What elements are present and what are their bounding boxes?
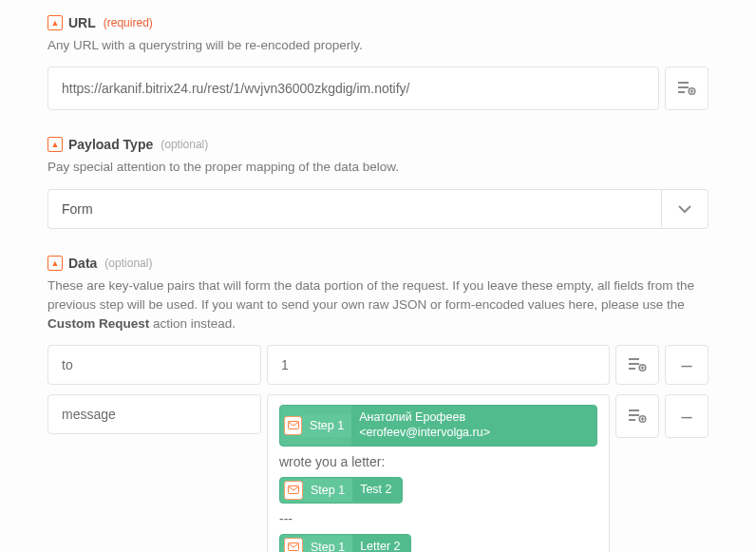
data-help: These are key-value pairs that will form… (47, 276, 709, 334)
payload-section: ▲ Payload Type (optional) Pay special at… (47, 137, 709, 228)
value-text-line: wrote you a letter: (279, 452, 597, 471)
pill-value: Анатолий Ерофеев <erofeev@intervolga.ru> (351, 406, 596, 445)
data-section: ▲ Data (optional) These are key-value pa… (47, 256, 709, 553)
payload-help: Pay special attention to the proper mapp… (47, 158, 709, 177)
url-label: URL (68, 15, 96, 30)
payload-optional-tag: (optional) (161, 138, 208, 151)
value-text-line: --- (279, 509, 597, 528)
insert-variable-button[interactable] (665, 67, 709, 110)
insert-list-plus-icon (628, 357, 647, 372)
mail-icon (284, 416, 302, 435)
data-label-row: ▲ Data (optional) (47, 256, 709, 271)
mail-icon (284, 481, 303, 500)
variable-pill[interactable]: Step 1 Анатолий Ерофеев <erofeev@intervo… (279, 405, 597, 446)
data-key-input[interactable] (62, 407, 247, 422)
data-label: Data (68, 256, 97, 271)
url-input-row (47, 67, 709, 110)
remove-row-button[interactable]: – (665, 345, 709, 385)
data-row: – (47, 345, 709, 385)
insert-list-plus-icon (677, 81, 696, 96)
variable-pill[interactable]: Step 1 Letter 2 (279, 534, 411, 553)
payload-select[interactable]: Form (47, 189, 709, 229)
data-key-field[interactable] (47, 345, 261, 385)
url-help: Any URL with a querystring will be re-en… (47, 36, 709, 55)
chevron-down-icon (678, 204, 691, 214)
app-icon: ▲ (47, 137, 63, 152)
data-value-input[interactable] (281, 357, 595, 372)
pill-step: Step 1 (302, 414, 351, 437)
payload-select-caret[interactable] (661, 189, 709, 229)
url-required-tag: (required) (104, 16, 153, 29)
data-help-post: action instead. (149, 316, 236, 331)
url-field-wrap (47, 67, 659, 110)
data-value-field[interactable] (267, 345, 610, 385)
data-value-field[interactable]: Step 1 Анатолий Ерофеев <erofeev@intervo… (267, 394, 610, 552)
payload-label: Payload Type (68, 137, 153, 152)
url-input[interactable] (62, 81, 645, 96)
app-icon: ▲ (47, 256, 63, 271)
pill-step: Step 1 (303, 536, 352, 553)
url-label-row: ▲ URL (required) (47, 15, 709, 30)
pill-value: Letter 2 (352, 535, 409, 552)
insert-variable-button[interactable] (615, 345, 659, 385)
pill-value: Test 2 (352, 478, 401, 503)
data-key-input[interactable] (62, 357, 247, 372)
data-help-pre: These are key-value pairs that will form… (47, 278, 694, 312)
pill-step: Step 1 (303, 479, 352, 502)
url-section: ▲ URL (required) Any URL with a querystr… (47, 15, 709, 110)
data-help-strong: Custom Request (47, 316, 149, 331)
data-optional-tag: (optional) (104, 257, 152, 270)
payload-select-value: Form (47, 189, 661, 229)
variable-pill[interactable]: Step 1 Test 2 (279, 477, 403, 504)
insert-variable-button[interactable] (615, 394, 659, 438)
data-row: Step 1 Анатолий Ерофеев <erofeev@intervo… (47, 394, 709, 552)
app-icon: ▲ (47, 15, 63, 30)
insert-list-plus-icon (628, 409, 647, 424)
data-key-field[interactable] (47, 394, 261, 434)
payload-label-row: ▲ Payload Type (optional) (47, 137, 709, 152)
remove-row-button[interactable]: – (665, 394, 709, 438)
mail-icon (284, 538, 303, 553)
